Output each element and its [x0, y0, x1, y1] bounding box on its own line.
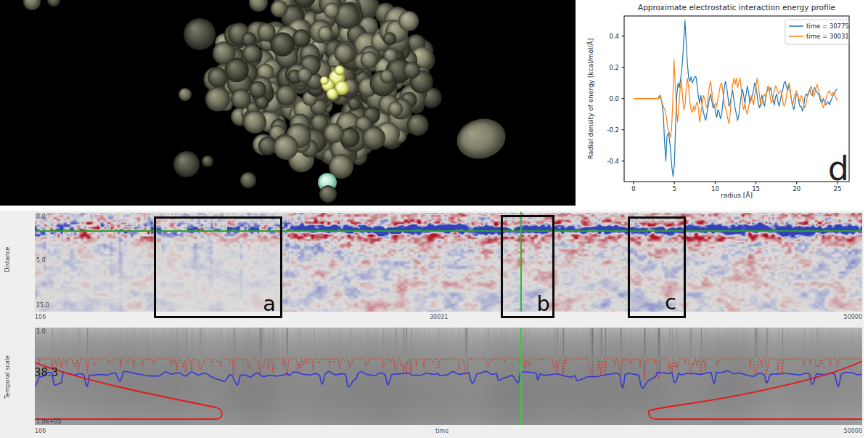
scalogram-ytick-bottom: 1.0e+05 — [36, 418, 62, 425]
chart-title: Approximate electrostatic interaction en… — [638, 3, 835, 12]
chart-xtick: 20 — [793, 185, 801, 192]
chart-ylabel: Radial density of energy [kcal/mol/Å] — [586, 38, 594, 159]
scalogram-xtick-left: 106 — [35, 428, 46, 434]
chart-xtick: 15 — [752, 185, 760, 192]
region-label-a: a — [263, 293, 276, 315]
heatmap-ytick-0: 0.0 — [36, 214, 46, 220]
heatmap-ytick-1: 5.0 — [36, 257, 46, 264]
scalogram-ytick-top: 1.0 — [36, 328, 46, 335]
region-label-b: b — [537, 293, 550, 315]
scalogram-ylabel: Temporal scale — [4, 355, 11, 399]
chart-ytick: -0.2 — [607, 126, 619, 134]
region-box-a: a — [154, 216, 282, 318]
heatmap-xtick-left: 106 — [35, 314, 46, 320]
scalogram-time-cursor — [520, 328, 522, 425]
chart-ytick: -0.4 — [607, 158, 619, 165]
region-label-c: c — [665, 292, 676, 313]
chart-xtick: 5 — [672, 185, 676, 192]
heatmap-xtick-right: 50000 — [844, 314, 862, 320]
molecule-spheres-render[interactable] — [0, 0, 576, 206]
subfigure-letter-d: d — [828, 149, 849, 188]
legend-label-blue: time = 30775 — [806, 23, 849, 30]
heatmap-ylabel: Distance — [4, 247, 11, 272]
scalogram-xlabel: time — [435, 428, 449, 434]
region-box-c: c — [628, 216, 686, 318]
region-box-b: b — [501, 215, 554, 318]
energy-profile-chart: 05101520250.40.20.0-0.2-0.4 Approximate … — [576, 0, 868, 206]
scalogram-xtick-right: 50000 — [844, 428, 862, 434]
chart-ytick: 0.2 — [609, 64, 619, 71]
heatmap-ytick-2: 25.0 — [36, 302, 49, 309]
chart-legend: time = 30775 time = 30031 — [785, 20, 849, 44]
chart-ytick: 0.0 — [609, 95, 619, 102]
heatmap-xtick-mid: 30031 — [430, 314, 448, 320]
chart-xtick: 0 — [631, 185, 635, 192]
scalogram-current-value: 38.3 — [34, 366, 58, 379]
molecular-3d-viewport[interactable] — [0, 0, 576, 206]
chart-ytick: 0.4 — [609, 33, 619, 40]
legend-label-orange: time = 30031 — [806, 33, 849, 40]
chart-xlabel: radius [Å] — [721, 191, 753, 199]
app-root: { "viewer3d": { "background": "#000000",… — [0, 0, 868, 438]
energy-profile-chart-panel: 05101520250.40.20.0-0.2-0.4 Approximate … — [576, 0, 868, 206]
temporal-scale-scalogram[interactable] — [35, 328, 862, 425]
chart-xtick: 10 — [711, 185, 719, 192]
